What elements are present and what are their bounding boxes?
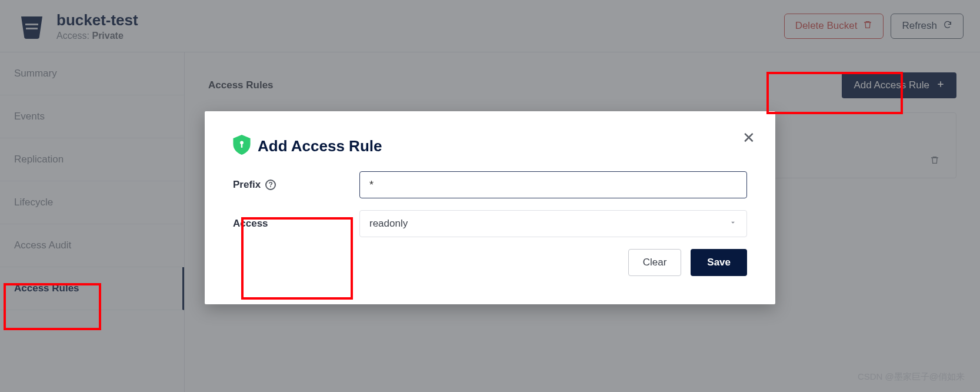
clear-button[interactable]: Clear [628,249,682,276]
close-icon[interactable]: ✕ [742,129,755,147]
access-select[interactable]: readonly [359,210,747,237]
access-label: Access [233,218,359,230]
modal-overlay: ✕ Add Access Rule Prefix ? Access readon… [0,0,980,392]
prefix-label: Prefix ? [233,179,359,191]
watermark: CSDN @墨家巨子@俏如来 [858,371,965,383]
save-button[interactable]: Save [691,249,747,276]
chevron-down-icon [729,218,737,230]
add-access-rule-modal: ✕ Add Access Rule Prefix ? Access readon… [205,111,775,304]
help-icon[interactable]: ? [265,180,276,190]
prefix-input[interactable] [359,171,747,198]
shield-icon [233,135,251,157]
svg-rect-3 [241,144,242,148]
modal-title: Add Access Rule [258,137,382,155]
